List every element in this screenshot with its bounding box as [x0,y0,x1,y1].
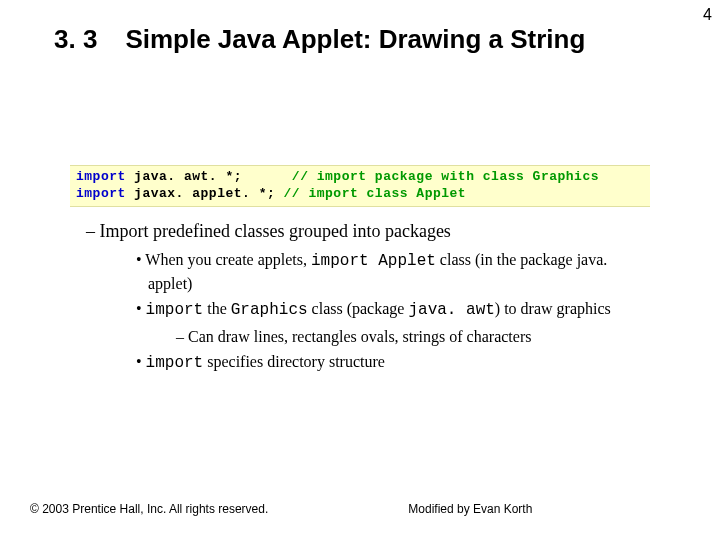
dot-bullet: • [136,353,146,370]
inline-code: Graphics [231,301,308,319]
copyright-text: © 2003 Prentice Hall, Inc. All rights re… [30,502,268,516]
list-item: – Can draw lines, rectangles ovals, stri… [70,326,650,348]
inline-code: import [146,301,204,319]
code-text: java. awt. *; [126,169,242,184]
list-text: specifies directory structure [203,353,385,370]
dash-bullet: – [86,221,100,241]
list-text: Can draw lines, rectangles ovals, string… [188,328,531,345]
code-pad [242,169,292,184]
inline-code: java. awt [408,301,494,319]
list-item: – Import predefined classes grouped into… [70,219,650,243]
inline-code: import Applet [311,252,436,270]
code-comment: // import class Applet [284,186,467,201]
dot-bullet: • [136,251,145,268]
title-row: 3. 3 Simple Java Applet: Drawing a Strin… [0,0,720,55]
list-text: class (package [308,300,409,317]
page-number: 4 [703,6,712,24]
list-text: ) to draw graphics [495,300,611,317]
body-content: – Import predefined classes grouped into… [0,207,720,375]
footer: © 2003 Prentice Hall, Inc. All rights re… [30,502,690,516]
list-text: Import predefined classes grouped into p… [100,221,451,241]
code-text: javax. applet. *; [126,186,284,201]
list-item: • import the Graphics class (package jav… [70,298,650,322]
code-comment: // import package with class Graphics [292,169,599,184]
dot-bullet: • [136,300,146,317]
list-text: the [203,300,231,317]
code-block: import java. awt. *; // import package w… [70,165,650,207]
list-text: When you create applets, [145,251,311,268]
dash-bullet: – [176,328,188,345]
inline-code: import [146,354,204,372]
code-keyword: import [76,169,126,184]
list-item: • When you create applets, import Applet… [70,249,650,294]
list-item: • import specifies directory structure [70,351,650,375]
modified-by-text: Modified by Evan Korth [408,502,532,516]
section-title: Simple Java Applet: Drawing a String [125,24,585,55]
section-number: 3. 3 [54,24,97,55]
code-keyword: import [76,186,126,201]
